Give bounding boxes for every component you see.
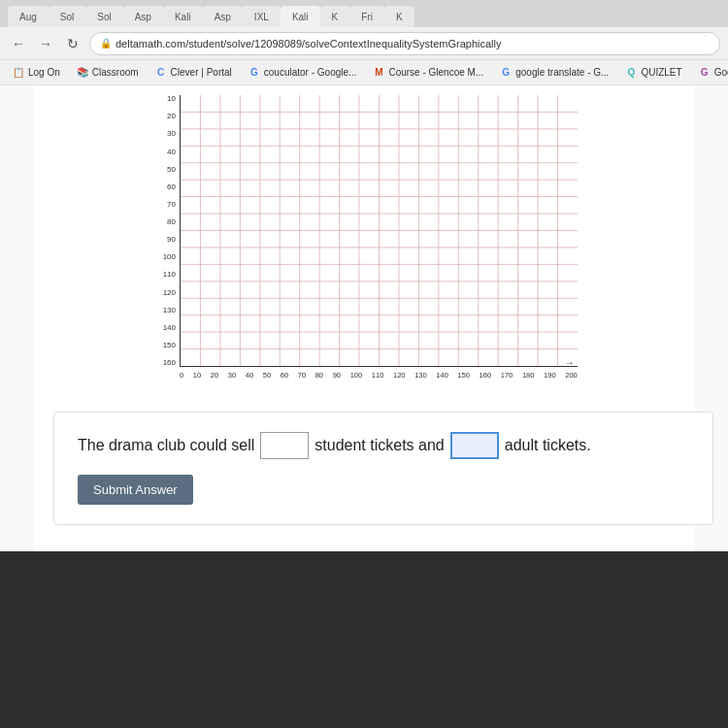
- x-label-10: 10: [193, 371, 201, 380]
- lock-icon: 🔒: [100, 38, 112, 49]
- y-label-140: 140: [163, 324, 176, 332]
- logon-icon: 📋: [12, 66, 25, 80]
- bookmark-classroom[interactable]: 📚 Classroom: [72, 64, 143, 82]
- x-label-40: 40: [246, 371, 253, 380]
- bookmark-logon-label: Log On: [28, 67, 60, 78]
- x-label-190: 190: [544, 371, 556, 380]
- y-axis-labels: 160 150 140 130 120 110 100 90 80 70 60 …: [150, 95, 180, 367]
- answer-text-before: The drama club could sell: [78, 437, 254, 454]
- bookmark-logon[interactable]: 📋 Log On: [8, 64, 64, 82]
- bookmark-clever-label: Clever | Portal: [171, 67, 232, 78]
- y-label-120: 120: [163, 289, 176, 297]
- dark-bottom: [0, 551, 728, 728]
- forward-button[interactable]: →: [35, 33, 56, 54]
- main-area: 160 150 140 130 120 110 100 90 80 70 60 …: [34, 85, 694, 551]
- x-label-20: 20: [211, 371, 218, 380]
- google-icon: G: [248, 66, 261, 80]
- reload-button[interactable]: ↻: [62, 33, 83, 54]
- bookmark-course-label: Course - Glencoe M...: [388, 67, 483, 78]
- bookmarks-bar: 📋 Log On 📚 Classroom C Clever | Portal G…: [0, 60, 728, 85]
- bookmark-goodreads[interactable]: G Goodreads | b...: [694, 64, 728, 82]
- back-button[interactable]: ←: [8, 33, 29, 54]
- submit-answer-button[interactable]: Submit Answer: [78, 475, 193, 505]
- browser-tabs: Aug Sol Sol Asp Kali Asp IXL Kali K Fri …: [0, 0, 728, 27]
- x-label-70: 70: [298, 371, 306, 380]
- y-label-130: 130: [163, 307, 176, 314]
- bookmark-quizlet-label: QUIZLET: [641, 67, 681, 78]
- bookmark-google[interactable]: G couculator - Google...: [244, 64, 361, 82]
- answer-text-middle: student tickets and: [314, 437, 444, 454]
- browser-tab-4[interactable]: Asp: [123, 6, 163, 27]
- browser-tab-6[interactable]: Asp: [203, 6, 243, 27]
- y-label-40: 40: [167, 149, 176, 156]
- browser-tab-7[interactable]: IXL: [243, 6, 281, 27]
- x-label-110: 110: [372, 371, 384, 380]
- page-content: 160 150 140 130 120 110 100 90 80 70 60 …: [0, 85, 728, 728]
- x-label-80: 80: [315, 371, 323, 380]
- x-label-120: 120: [393, 371, 406, 380]
- browser-tab-2[interactable]: Sol: [49, 6, 85, 27]
- bookmark-goodreads-label: Goodreads | b...: [714, 67, 728, 78]
- y-label-160: 160: [163, 359, 176, 367]
- browser-tab-5[interactable]: Kali: [163, 6, 203, 27]
- y-label-150: 150: [163, 342, 176, 349]
- graph-container: 160 150 140 130 120 110 100 90 80 70 60 …: [150, 95, 578, 396]
- y-label-20: 20: [167, 113, 176, 120]
- x-label-50: 50: [263, 371, 271, 380]
- translate-icon: G: [499, 66, 513, 80]
- y-label-100: 100: [163, 253, 176, 261]
- classroom-icon: 📚: [76, 66, 89, 80]
- y-label-90: 90: [167, 236, 176, 244]
- bookmark-course[interactable]: M Course - Glencoe M...: [368, 64, 487, 82]
- address-bar[interactable]: 🔒 deltamath.com/student/solve/12098089/s…: [89, 32, 720, 55]
- url-text: deltamath.com/student/solve/12098089/sol…: [116, 38, 501, 50]
- bookmark-google-label: couculator - Google...: [264, 67, 357, 78]
- graph-grid-svg: → x: [181, 95, 578, 366]
- bookmark-clever[interactable]: C Clever | Portal: [150, 64, 236, 82]
- x-label-100: 100: [350, 371, 363, 380]
- browser-tab-3[interactable]: Sol: [85, 6, 122, 27]
- answer-text: The drama club could sell student ticket…: [78, 432, 689, 459]
- y-label-50: 50: [167, 166, 176, 174]
- x-label-200: 200: [565, 371, 578, 380]
- x-label-140: 140: [436, 371, 448, 380]
- x-axis-labels: 0 10 20 30 40 50 60 70 80 90 100 110 120…: [180, 367, 578, 396]
- browser-tab-10[interactable]: Fri: [349, 6, 384, 27]
- course-icon: M: [372, 66, 385, 80]
- x-label-160: 160: [480, 371, 492, 380]
- browser-tab-8[interactable]: Kali: [281, 6, 320, 27]
- clever-icon: C: [154, 66, 168, 80]
- browser-tab-1[interactable]: Aug: [8, 6, 49, 27]
- answer-section: The drama club could sell student ticket…: [53, 412, 713, 525]
- student-tickets-input[interactable]: [260, 432, 309, 459]
- y-label-80: 80: [167, 218, 176, 226]
- browser-tab-11[interactable]: K: [384, 6, 414, 27]
- y-label-30: 30: [167, 130, 176, 138]
- adult-tickets-input[interactable]: [450, 432, 499, 459]
- browser-toolbar: ← → ↻ 🔒 deltamath.com/student/solve/1209…: [0, 27, 728, 60]
- bookmark-translate-label: google translate - G...: [515, 67, 609, 78]
- x-label-30: 30: [228, 371, 236, 380]
- x-label-180: 180: [522, 371, 535, 380]
- answer-text-after: adult tickets.: [505, 437, 591, 454]
- bookmark-classroom-label: Classroom: [92, 67, 139, 78]
- x-label-150: 150: [457, 371, 470, 380]
- goodreads-icon: G: [698, 66, 711, 80]
- quizlet-icon: Q: [624, 66, 638, 80]
- svg-text:→: →: [565, 357, 575, 366]
- bookmark-quizlet[interactable]: Q QUIZLET: [620, 64, 685, 82]
- x-label-90: 90: [333, 371, 341, 380]
- y-label-10: 10: [167, 95, 176, 103]
- x-label-60: 60: [281, 371, 288, 380]
- x-label-130: 130: [414, 371, 427, 380]
- graph-plot-area[interactable]: → x: [180, 95, 578, 367]
- y-label-110: 110: [163, 271, 176, 279]
- browser-chrome: Aug Sol Sol Asp Kali Asp IXL Kali K Fri …: [0, 0, 728, 85]
- y-label-60: 60: [167, 183, 176, 191]
- browser-tab-9[interactable]: K: [320, 6, 350, 27]
- x-label-0: 0: [180, 371, 183, 380]
- x-label-170: 170: [501, 371, 513, 380]
- y-label-70: 70: [167, 201, 176, 209]
- bookmark-translate[interactable]: G google translate - G...: [495, 64, 612, 82]
